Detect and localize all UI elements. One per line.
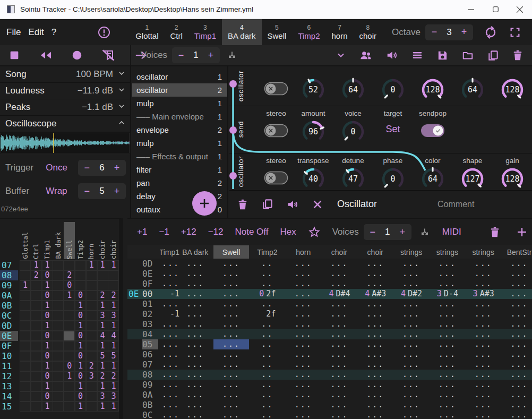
note-row-label[interactable]: 00 — [142, 289, 158, 299]
note-cell[interactable]: ... — [465, 299, 501, 309]
note-cell[interactable]: ... — [213, 410, 250, 419]
note-row-label[interactable]: 04 — [142, 329, 158, 339]
note-cell[interactable]: ... — [160, 269, 179, 279]
pattern-row-label[interactable]: 0E — [0, 331, 18, 341]
pattern-cell[interactable] — [53, 311, 64, 321]
stepper-decrement-button[interactable]: − — [427, 27, 441, 38]
pattern-cell[interactable] — [64, 341, 75, 351]
note-cell[interactable]: ... — [285, 269, 321, 279]
note-cell[interactable]: ... — [393, 339, 430, 349]
pattern-cell[interactable]: 3 — [97, 311, 108, 321]
pattern-row-label[interactable]: 15 — [0, 401, 18, 412]
star-icon[interactable] — [308, 226, 321, 238]
menu-item-file[interactable]: File — [6, 27, 21, 37]
pattern-cell[interactable]: 2 — [97, 371, 108, 381]
note-cell[interactable]: ... — [177, 289, 213, 299]
note-cell[interactable]: ... — [430, 349, 466, 360]
note-cell[interactable]: ... — [321, 299, 357, 309]
note-cell[interactable]: ... — [160, 410, 179, 419]
pattern-column-header-choir[interactable]: choir — [97, 222, 108, 259]
pattern-cell[interactable] — [86, 290, 97, 301]
note-cell[interactable]: ... — [285, 400, 321, 410]
note-cell[interactable]: ... — [177, 400, 213, 410]
track-tab-ba-dark[interactable]: 4BA dark — [222, 19, 262, 45]
note-cell[interactable]: ... — [285, 410, 321, 419]
copy-icon[interactable] — [261, 198, 273, 210]
note-cell[interactable]: ... — [177, 319, 213, 329]
save-icon[interactable] — [436, 49, 449, 62]
note-cell[interactable]: ... — [393, 380, 430, 390]
pattern-cell[interactable] — [20, 270, 31, 280]
settings-row-peaks[interactable]: Peaks−1.1 dB — [0, 99, 130, 116]
pattern-cell[interactable]: 3 — [119, 311, 123, 321]
comment-input[interactable]: Comment — [437, 200, 474, 209]
pattern-cell[interactable] — [53, 391, 64, 401]
pattern-cell[interactable]: 0 — [75, 331, 86, 341]
pattern-cell[interactable] — [20, 381, 31, 391]
pattern-cell[interactable] — [20, 260, 31, 270]
pattern-cell[interactable] — [31, 321, 42, 331]
note-cell[interactable]: .. — [250, 349, 286, 360]
pattern-row-label[interactable]: 07 — [0, 260, 18, 270]
note-cell[interactable]: .. — [250, 319, 286, 329]
note-cell[interactable]: .. — [250, 339, 286, 349]
pattern-cell[interactable]: 0 — [42, 331, 53, 341]
param-knob[interactable]: 52 — [300, 76, 327, 103]
note-cell[interactable]: ... — [430, 269, 466, 279]
pattern-cell[interactable]: 1 — [42, 321, 53, 331]
note-track-header-swell[interactable]: Swell — [213, 245, 250, 259]
pattern-cell[interactable]: 1 — [108, 381, 119, 391]
note-cell[interactable]: ... — [321, 349, 357, 360]
pattern-cell[interactable]: 1 — [97, 260, 108, 270]
pattern-column-header-horn[interactable]: horn — [86, 222, 97, 259]
pattern-column-header-timp2[interactable]: Timp2 — [75, 222, 86, 259]
note-cell[interactable]: ... — [465, 329, 501, 339]
note-cell[interactable]: ... — [177, 370, 213, 380]
note-row-label[interactable]: 0A — [142, 390, 158, 400]
pattern-row-label[interactable]: 12 — [0, 371, 18, 381]
note-button-hex[interactable]: Hex — [280, 227, 296, 237]
pattern-cell[interactable]: 0 — [75, 351, 86, 361]
note-button-−12[interactable]: −12 — [208, 227, 224, 237]
note-cell[interactable]: ... — [213, 279, 250, 289]
pattern-cell[interactable] — [64, 301, 75, 311]
unit-row-oscillator[interactable]: oscillator1 — [132, 70, 227, 83]
pattern-cell[interactable] — [64, 351, 75, 361]
note-cell[interactable]: ... — [160, 279, 179, 289]
note-cell[interactable]: ... — [357, 390, 393, 400]
pattern-cell[interactable]: 1 — [97, 321, 108, 331]
note-cell[interactable]: ... — [465, 279, 501, 289]
note-cell[interactable]: ... — [213, 259, 250, 269]
note-row-label[interactable]: 02 — [142, 309, 158, 319]
amount-knob[interactable]: 96 — [300, 118, 327, 145]
transpose-knob[interactable]: 40 — [300, 166, 327, 191]
pattern-cell[interactable]: 2 — [119, 290, 123, 301]
pattern-cell[interactable]: 4 — [119, 331, 123, 341]
note-cell[interactable]: ... — [177, 309, 213, 319]
note-cell[interactable]: ... — [501, 390, 532, 400]
note-cell[interactable]: ... — [430, 279, 466, 289]
sendpop-toggle[interactable] — [421, 124, 445, 140]
trigger-mode-button[interactable]: Once — [46, 163, 78, 173]
detune-knob[interactable]: 47 — [340, 166, 366, 191]
note-cell[interactable]: ... — [501, 299, 532, 309]
note-row-label[interactable]: 0F — [142, 279, 158, 289]
note-cell[interactable]: ... — [321, 380, 357, 390]
note-cell[interactable]: ... — [501, 279, 532, 289]
note-cell[interactable]: ... — [465, 269, 501, 279]
note-cell[interactable]: ... — [465, 400, 501, 410]
pattern-cell[interactable] — [64, 331, 75, 341]
note-cell[interactable]: ... — [213, 349, 250, 360]
note-cell[interactable]: ... — [177, 390, 213, 400]
minimize-button[interactable] — [459, 0, 483, 19]
note-cell[interactable]: .. — [250, 299, 286, 309]
note-cell[interactable]: ... — [321, 400, 357, 410]
pattern-cell[interactable]: 1 — [75, 361, 86, 371]
note-cell[interactable]: ... — [357, 349, 393, 360]
pattern-cell[interactable]: 2 — [64, 270, 75, 280]
pattern-cell[interactable] — [119, 270, 123, 280]
pattern-row-label[interactable]: 0D — [0, 321, 18, 331]
stepper-decrement-button[interactable]: − — [80, 186, 94, 197]
note-cell[interactable]: ... — [357, 360, 393, 370]
note-cell[interactable]: ... — [177, 380, 213, 390]
